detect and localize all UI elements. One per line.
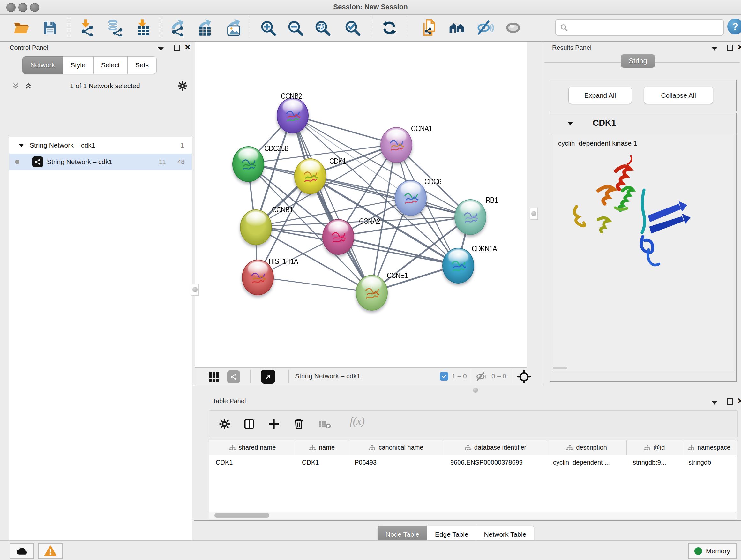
export-table-button[interactable]: [196, 18, 214, 37]
node-RB1[interactable]: [455, 199, 486, 235]
control-panel-menu-icon[interactable]: [158, 46, 164, 52]
show-all-button[interactable]: [504, 18, 522, 37]
table-cell[interactable]: stringdb:9...: [626, 455, 682, 470]
node-CCNB2[interactable]: [277, 98, 309, 133]
column-header-database-identifier[interactable]: database identifier: [444, 440, 547, 455]
control-panel-close-icon[interactable]: ✕: [185, 44, 191, 51]
expand-all-tree-icon[interactable]: [24, 82, 32, 90]
zoom-fit-button[interactable]: [313, 18, 332, 37]
tab-style[interactable]: Style: [63, 56, 93, 74]
table-settings-gear-icon[interactable]: [219, 418, 230, 430]
collection-expand-icon[interactable]: [19, 144, 24, 147]
expand-all-button[interactable]: Expand All: [568, 86, 632, 104]
warnings-button[interactable]: [38, 543, 63, 559]
refresh-view-button[interactable]: [380, 18, 399, 37]
table-panel-float-icon[interactable]: [727, 398, 733, 406]
toolbar-separator: [69, 17, 69, 38]
tab-string[interactable]: String: [621, 54, 655, 68]
table-hscrollbar-thumb[interactable]: [214, 513, 269, 517]
gene-collapse-icon[interactable]: [568, 122, 573, 125]
column-header-name[interactable]: name: [295, 440, 348, 455]
memory-button[interactable]: Memory: [688, 543, 737, 559]
home-button[interactable]: [448, 18, 466, 37]
node-CCNE1[interactable]: [356, 275, 388, 311]
left-splitter-handle[interactable]: [191, 284, 199, 296]
memory-label: Memory: [706, 547, 730, 555]
cloud-status-button[interactable]: [10, 543, 34, 559]
tab-network[interactable]: Network: [22, 56, 63, 74]
export-network-button[interactable]: [168, 18, 187, 37]
node-CDC6[interactable]: [395, 180, 427, 216]
node-CCNA2[interactable]: [322, 219, 354, 255]
zoom-in-button[interactable]: [259, 18, 277, 37]
table-panel-close-icon[interactable]: ✕: [737, 398, 741, 404]
zoom-in-icon: [259, 19, 277, 37]
open-session-button[interactable]: [12, 18, 30, 37]
title-bar: Session: New Session: [0, 0, 741, 15]
save-session-button[interactable]: [41, 18, 59, 37]
birdseye-view-icon[interactable]: [261, 370, 275, 384]
tab-sets[interactable]: Sets: [128, 56, 157, 74]
collapse-all-tree-icon[interactable]: [11, 82, 20, 90]
table-hscrollbar-track[interactable]: [209, 512, 737, 519]
node-CDKN1A[interactable]: [442, 248, 474, 284]
search-field[interactable]: [555, 19, 724, 36]
node-CDK1[interactable]: [294, 159, 326, 194]
column-header-canonical-name[interactable]: canonical name: [348, 440, 444, 455]
table-panel-menu-icon[interactable]: [712, 400, 718, 406]
zoom-selected-button[interactable]: [343, 18, 361, 37]
table-cell[interactable]: stringdb: [682, 455, 736, 470]
results-panel-float-icon[interactable]: [727, 45, 733, 52]
selected-nodes-checkbox[interactable]: [440, 372, 448, 381]
crosslinks-scrollbar[interactable]: [553, 367, 567, 369]
import-network-from-file-button[interactable]: [78, 18, 96, 37]
network-options-gear-icon[interactable]: [178, 81, 188, 91]
column-header-shared-name[interactable]: shared name: [209, 440, 295, 455]
table-cell[interactable]: cyclin–dependent ...: [547, 455, 626, 470]
delete-column-trash-icon[interactable]: [292, 417, 305, 430]
table-cell[interactable]: P06493: [348, 455, 444, 470]
results-panel-close-icon[interactable]: ✕: [737, 44, 741, 51]
export-image-button[interactable]: [224, 18, 243, 37]
add-column-plus-icon[interactable]: [267, 418, 280, 430]
attribute-tree-icon: [644, 445, 650, 450]
grid-view-icon[interactable]: [208, 371, 219, 382]
network-view-type-icon[interactable]: [227, 370, 240, 383]
protein-thumbnail-icon: [449, 258, 468, 276]
table-cell[interactable]: CDK1: [209, 455, 295, 470]
search-input[interactable]: [571, 23, 719, 32]
control-panel-float-icon[interactable]: [174, 45, 180, 52]
column-header-id[interactable]: @id: [626, 440, 682, 455]
node-CDC25B[interactable]: [232, 146, 264, 182]
gene-section-header[interactable]: CDK1: [550, 113, 736, 134]
node-CCNA1[interactable]: [381, 127, 412, 163]
import-network-from-database-button[interactable]: [105, 18, 124, 37]
table-cell[interactable]: 9606.ENSP00000378699: [444, 455, 547, 470]
table-row[interactable]: CDK1CDK1P064939606.ENSP00000378699cyclin…: [209, 455, 737, 470]
collapse-all-button[interactable]: Collapse All: [644, 86, 713, 104]
show-columns-icon[interactable]: [243, 418, 256, 430]
protein-thumbnail-icon: [283, 108, 302, 126]
import-table-from-file-button[interactable]: [134, 18, 153, 37]
node-CCNB1[interactable]: [240, 209, 272, 245]
table-cell[interactable]: CDK1: [295, 455, 348, 470]
results-panel-menu-icon[interactable]: [712, 46, 718, 52]
zoom-out-button[interactable]: [286, 18, 305, 37]
tab-select[interactable]: Select: [93, 56, 128, 74]
network-collection-row[interactable]: String Network – cdk1 1: [9, 137, 192, 153]
splitter-grip-icon[interactable]: [473, 388, 478, 393]
network-row-selected[interactable]: String Network – cdk1 11 48: [9, 153, 192, 170]
first-neighbors-button[interactable]: [420, 18, 439, 37]
right-splitter-handle[interactable]: [530, 207, 538, 220]
node-label-CDK1: CDK1: [329, 157, 346, 166]
column-header-description[interactable]: description: [547, 440, 626, 455]
edge-HIST1H1A-CCNE1[interactable]: [257, 277, 371, 292]
node-label-HIST1H1A: HIST1H1A: [269, 257, 298, 266]
edge-CCNB2-CCNE1[interactable]: [292, 115, 371, 292]
help-button[interactable]: ?: [727, 18, 741, 35]
export-network-icon: [169, 19, 186, 37]
network-canvas[interactable]: CCNB2CCNA1CDC25BCDK1CDC6RB1CCNB1CCNA2CDK…: [195, 42, 527, 367]
column-header-namespace[interactable]: namespace: [682, 440, 736, 455]
fit-selected-crosshair-icon[interactable]: [517, 370, 531, 384]
hide-selected-button[interactable]: [476, 18, 494, 37]
